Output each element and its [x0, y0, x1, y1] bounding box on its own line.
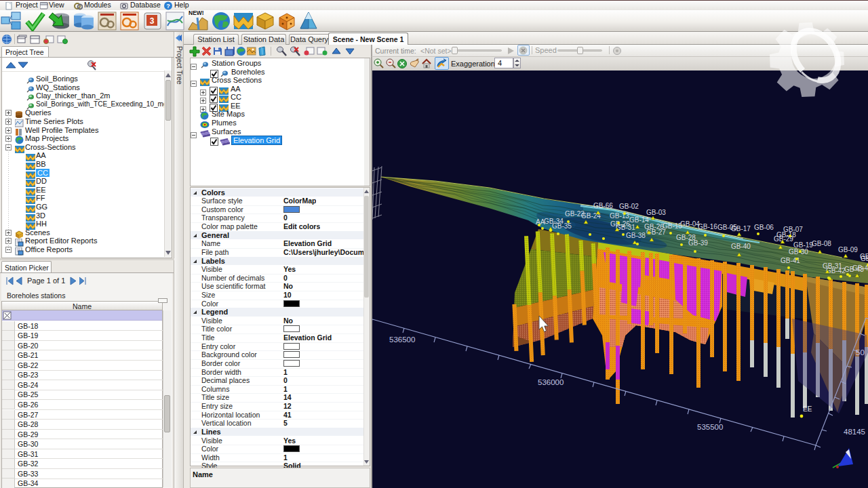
svg-text:GB-39: GB-39: [688, 239, 708, 247]
svg-text:GB-38: GB-38: [626, 232, 646, 239]
svg-text:GB-17: GB-17: [731, 225, 751, 232]
svg-text:GB-02: GB-02: [619, 203, 639, 210]
svg-text:50: 50: [856, 348, 865, 357]
svg-text:536000: 536000: [538, 378, 564, 386]
svg-text:GB-31: GB-31: [616, 224, 635, 231]
svg-text:GB-44: GB-44: [852, 264, 868, 272]
svg-text:GB-1: GB-1: [861, 255, 868, 262]
svg-text:535500: 535500: [697, 423, 723, 431]
svg-text:GB-30: GB-30: [789, 248, 808, 256]
svg-text:GB-06: GB-06: [754, 224, 774, 231]
svg-text:536500: 536500: [389, 336, 415, 344]
svg-text:GB-16: GB-16: [698, 223, 717, 230]
svg-text:48145: 48145: [844, 428, 865, 436]
svg-text:?: ?: [166, 3, 170, 9]
svg-text:EE: EE: [803, 405, 812, 413]
svg-text:GB-40: GB-40: [731, 243, 751, 250]
svg-text:GB-35: GB-35: [552, 222, 572, 230]
svg-text:GB-13: GB-13: [610, 212, 629, 220]
svg-text:GB-04: GB-04: [680, 220, 700, 228]
svg-text:GB-03: GB-03: [646, 209, 666, 216]
svg-text:3: 3: [150, 16, 155, 26]
svg-text:GB-09: GB-09: [838, 246, 858, 253]
svg-text:GB-08: GB-08: [812, 240, 831, 247]
svg-text:GB-42: GB-42: [826, 267, 846, 274]
svg-text:GB-66: GB-66: [593, 202, 613, 209]
